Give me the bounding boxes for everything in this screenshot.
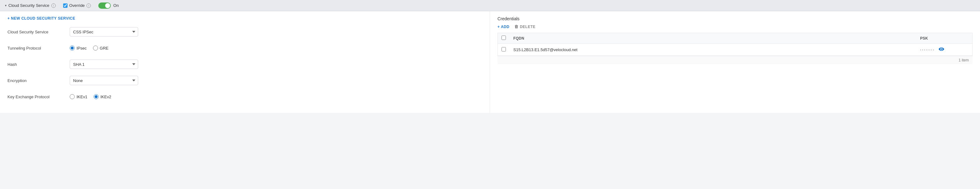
delete-label: DELETE — [520, 25, 535, 29]
tunneling-label: Tunneling Protocol — [8, 46, 70, 51]
css-select-wrapper: CSS IPSec CSS SSL — [70, 27, 138, 37]
delete-credential-button[interactable]: 🗑 DELETE — [514, 24, 535, 29]
toggle-track — [98, 3, 111, 9]
header-checkbox-col — [498, 33, 510, 44]
hash-label: Hash — [8, 62, 70, 67]
toggle-thumb — [105, 3, 110, 8]
encryption-label: Encryption — [8, 78, 70, 83]
top-bar-title-group: ▾ Cloud Security Service i — [5, 3, 56, 8]
left-panel: + NEW CLOUD SECURITY SERVICE Cloud Secur… — [0, 11, 490, 113]
ikev2-radio[interactable] — [94, 94, 99, 99]
ipsec-radio[interactable] — [70, 45, 75, 51]
main-content: + NEW CLOUD SECURITY SERVICE Cloud Secur… — [0, 11, 980, 113]
psk-cell: ········ — [916, 44, 972, 56]
page-wrapper: ▾ Cloud Security Service i Override i On… — [0, 0, 980, 113]
css-label: Cloud Security Service — [8, 30, 70, 34]
ikev2-radio-option[interactable]: IKEv2 — [94, 94, 111, 99]
right-panel: Credentials + ADD 🗑 DELETE FQDN PSK — [490, 11, 980, 113]
show-psk-button[interactable] — [937, 47, 945, 53]
fqdn-column-header: FQDN — [510, 33, 916, 44]
trash-icon: 🗑 — [514, 24, 519, 29]
add-credential-button[interactable]: + ADD — [498, 25, 509, 29]
gre-radio-option[interactable]: GRE — [93, 45, 108, 51]
tunneling-radio-group: IPsec GRE — [70, 45, 108, 51]
ipsec-radio-option[interactable]: IPsec — [70, 45, 87, 51]
psk-cell-wrapper: ········ — [920, 47, 969, 53]
form-row-tunneling: Tunneling Protocol IPsec GRE — [8, 43, 482, 53]
hash-select-wrapper: SHA 1 SHA 256 MD5 — [70, 59, 138, 69]
ikev2-radio-label: IKEv2 — [100, 94, 111, 99]
ikev1-radio[interactable] — [70, 94, 75, 99]
top-bar-info-icon[interactable]: i — [51, 3, 56, 8]
form-row-hash: Hash SHA 1 SHA 256 MD5 — [8, 59, 482, 69]
select-all-checkbox[interactable] — [501, 35, 506, 40]
encryption-select-wrapper: None AES 128 AES 256 — [70, 76, 138, 85]
psk-dots: ········ — [920, 47, 935, 52]
toggle-label: On — [113, 3, 119, 8]
credentials-title: Credentials — [498, 16, 972, 21]
row-checkbox-cell — [498, 44, 510, 56]
fqdn-cell: S15.L2B13.E1.5d57@velocloud.net — [510, 44, 916, 56]
override-info-icon[interactable]: i — [86, 3, 91, 8]
form-row-kex: Key Exchange Protocol IKEv1 IKEv2 — [8, 92, 482, 102]
credentials-table: FQDN PSK S15.L2B13.E1.5d57@velocloud.net… — [498, 33, 972, 56]
table-footer: 1 item — [498, 56, 972, 64]
top-bar: ▾ Cloud Security Service i Override i On — [0, 0, 980, 11]
ikev1-radio-option[interactable]: IKEv1 — [70, 94, 88, 99]
new-cloud-security-service-button[interactable]: + NEW CLOUD SECURITY SERVICE — [8, 16, 75, 21]
table-header-row: FQDN PSK — [498, 33, 972, 44]
form-row-encryption: Encryption None AES 128 AES 256 — [8, 75, 482, 85]
form-row-css: Cloud Security Service CSS IPSec CSS SSL — [8, 27, 482, 37]
kex-radio-group: IKEv1 IKEv2 — [70, 94, 111, 99]
gre-radio[interactable] — [93, 45, 98, 51]
ipsec-radio-label: IPsec — [76, 46, 87, 51]
override-label: Override — [69, 3, 85, 8]
eye-icon — [939, 47, 944, 51]
override-checkbox[interactable] — [63, 3, 67, 8]
row-select-checkbox[interactable] — [501, 47, 506, 51]
encryption-select[interactable]: None AES 128 AES 256 — [70, 76, 138, 85]
hash-select[interactable]: SHA 1 SHA 256 MD5 — [70, 59, 138, 69]
ikev1-radio-label: IKEv1 — [76, 94, 88, 99]
psk-column-header: PSK — [916, 33, 972, 44]
toggle-group: On — [98, 3, 119, 9]
override-group: Override i — [63, 3, 91, 8]
on-off-toggle[interactable] — [98, 3, 111, 9]
table-row: S15.L2B13.E1.5d57@velocloud.net ········ — [498, 44, 972, 56]
collapse-chevron-icon[interactable]: ▾ — [5, 4, 6, 7]
kex-label: Key Exchange Protocol — [8, 94, 70, 99]
credentials-actions: + ADD 🗑 DELETE — [498, 24, 972, 29]
css-select[interactable]: CSS IPSec CSS SSL — [70, 27, 138, 37]
top-bar-title: Cloud Security Service — [8, 3, 49, 8]
gre-radio-label: GRE — [100, 46, 108, 51]
